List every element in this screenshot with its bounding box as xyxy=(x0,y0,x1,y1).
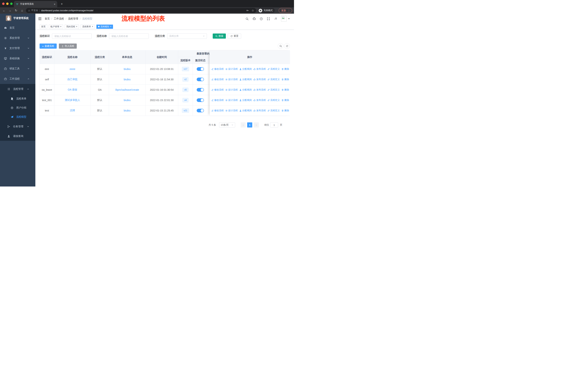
tag-流程模型[interactable]: 流程模型 × xyxy=(96,25,113,29)
action-设计流程[interactable]: 设计流程 xyxy=(225,99,238,102)
action-删除[interactable]: 删除 xyxy=(281,99,289,102)
action-修改流程[interactable]: 修改流程 xyxy=(211,88,224,91)
maximize-window-button[interactable] xyxy=(10,2,13,5)
sidebar-item-支付管理[interactable]: 支付管理 xyxy=(0,43,35,53)
tag-首页[interactable]: 首页 xyxy=(40,25,47,29)
goto-page-input[interactable] xyxy=(270,122,278,128)
action-设计流程[interactable]: 设计流程 xyxy=(225,78,238,81)
action-设计流程[interactable]: 设计流程 xyxy=(225,67,238,71)
action-分配规则[interactable]: 分配规则 xyxy=(239,78,252,81)
action-删除[interactable]: 删除 xyxy=(281,67,289,71)
sidebar-item-流程模型[interactable]: 流程模型 xyxy=(0,112,35,121)
breadcrumb-item[interactable]: 流程管理 xyxy=(68,17,78,20)
hamburger-icon[interactable] xyxy=(38,17,42,20)
refresh-table-button[interactable] xyxy=(284,43,290,49)
breadcrumb-item[interactable]: 首页 xyxy=(45,17,50,20)
search-icon[interactable] xyxy=(245,17,249,20)
action-修改流程[interactable]: 修改流程 xyxy=(211,109,224,112)
page-number-1[interactable]: 1 xyxy=(247,122,252,128)
back-button[interactable]: ← xyxy=(2,9,6,12)
forward-button[interactable]: → xyxy=(8,9,12,12)
security-status[interactable]: ⚠ 不安全 xyxy=(28,9,38,12)
action-删除[interactable]: 删除 xyxy=(281,88,289,91)
sidebar-item-工作流程[interactable]: 工作流程 xyxy=(0,74,35,84)
font-size-icon[interactable] xyxy=(274,17,277,20)
browser-menu-icon[interactable]: ⋮ xyxy=(288,9,290,12)
action-发布流程[interactable]: 发布流程 xyxy=(253,99,266,102)
avatar[interactable] xyxy=(281,16,286,22)
tag-close-icon[interactable]: × xyxy=(92,26,93,28)
create-process-button[interactable]: + 新建流程 xyxy=(40,43,57,49)
key-icon[interactable] xyxy=(246,9,249,12)
tag-close-icon[interactable]: × xyxy=(110,26,111,28)
browser-tab[interactable]: 芋道管理系统 × xyxy=(14,1,57,7)
sidebar-item-用户分组[interactable]: 用户分组 xyxy=(0,103,35,112)
new-tab-button[interactable]: + xyxy=(59,2,64,6)
action-分配规则[interactable]: 分配规则 xyxy=(239,88,252,91)
action-修改流程[interactable]: 修改流程 xyxy=(211,99,224,102)
home-button[interactable]: ⌂ xyxy=(20,9,24,12)
action-发布流程[interactable]: 发布流程 xyxy=(253,109,266,112)
form-info-link[interactable]: /bpm/oa/leave/create xyxy=(115,88,139,91)
toggle-search-button[interactable] xyxy=(278,43,284,49)
process-name-link[interactable]: 自己审批 xyxy=(67,78,78,81)
sidebar-item-首页[interactable]: 首页 xyxy=(0,23,35,33)
active-toggle[interactable] xyxy=(197,88,204,92)
address-bar[interactable]: ⚠ 不安全 dashboard.yudao.iocoder.cn/bpm/man… xyxy=(26,8,256,13)
reset-button[interactable]: 重置 xyxy=(228,33,241,39)
tag-流程表单[interactable]: 流程表单 × xyxy=(81,25,95,29)
next-page-button[interactable]: › xyxy=(254,122,259,128)
action-删除[interactable]: 删除 xyxy=(281,78,289,81)
tab-close-icon[interactable]: × xyxy=(54,2,55,6)
active-toggle[interactable] xyxy=(197,109,204,112)
sidebar-item-系统管理[interactable]: 系统管理 xyxy=(0,33,35,43)
action-流程定义[interactable]: 流程定义 xyxy=(267,67,280,71)
process-name-input[interactable] xyxy=(109,33,149,39)
reload-button[interactable]: ↻ xyxy=(14,9,18,12)
process-name-link[interactable]: 滔博 xyxy=(70,109,75,112)
action-删除[interactable]: 删除 xyxy=(281,109,289,112)
caret-down-icon[interactable]: ▾ xyxy=(288,18,289,20)
page-size-select[interactable]: 10条/页 xyxy=(219,122,235,128)
tag-close-icon[interactable]: × xyxy=(60,26,62,28)
action-发布流程[interactable]: 发布流程 xyxy=(253,67,266,71)
tag-租户管理[interactable]: 租户管理 × xyxy=(49,25,63,29)
close-window-button[interactable] xyxy=(2,2,5,5)
url-text[interactable]: dashboard.yudao.iocoder.cn/bpm/manager/m… xyxy=(41,9,245,12)
action-设计流程[interactable]: 设计流程 xyxy=(225,109,238,112)
active-toggle[interactable] xyxy=(197,67,204,71)
form-info-link[interactable]: biubiu xyxy=(124,68,130,71)
process-name-link[interactable]: 测试多审批人 xyxy=(65,99,80,102)
sidebar-item-任务管理[interactable]: 任务管理 xyxy=(0,121,35,132)
fullscreen-icon[interactable] xyxy=(267,17,270,20)
bookmark-star-icon[interactable]: ☆ xyxy=(252,9,254,12)
process-name-link[interactable]: eeee xyxy=(70,68,75,71)
breadcrumb-item[interactable]: 工作流程 xyxy=(54,17,64,20)
action-流程定义[interactable]: 流程定义 xyxy=(267,99,280,102)
sidebar-item-流程管理[interactable]: 流程管理 xyxy=(0,84,35,94)
browser-update-button[interactable]: 更新 ⋮ xyxy=(279,8,292,13)
sidebar-item-研发工具[interactable]: 研发工具 xyxy=(0,64,35,74)
tag-close-icon[interactable]: × xyxy=(76,26,77,28)
action-分配规则[interactable]: 分配规则 xyxy=(239,99,252,102)
action-流程定义[interactable]: 流程定义 xyxy=(267,78,280,81)
action-流程定义[interactable]: 流程定义 xyxy=(267,88,280,91)
sidebar-item-请假查询[interactable]: 请假查询 xyxy=(0,132,35,141)
action-流程定义[interactable]: 流程定义 xyxy=(267,109,280,112)
active-toggle[interactable] xyxy=(197,98,204,102)
form-info-link[interactable]: biubiu xyxy=(124,78,130,81)
sidebar-item-基础设施[interactable]: 基础设施 xyxy=(0,53,35,64)
import-process-button[interactable]: 导入流程 xyxy=(59,43,77,49)
action-修改流程[interactable]: 修改流程 xyxy=(211,67,224,71)
action-发布流程[interactable]: 发布流程 xyxy=(253,88,266,91)
app-logo[interactable]: 芋道管理系统 xyxy=(0,14,35,23)
process-key-input[interactable] xyxy=(52,33,92,39)
action-设计流程[interactable]: 设计流程 xyxy=(225,88,238,91)
action-分配规则[interactable]: 分配规则 xyxy=(239,109,252,112)
prev-page-button[interactable]: ‹ xyxy=(241,122,246,128)
help-icon[interactable] xyxy=(260,17,263,20)
action-修改流程[interactable]: 修改流程 xyxy=(211,78,224,81)
active-toggle[interactable] xyxy=(197,78,204,81)
action-分配规则[interactable]: 分配规则 xyxy=(239,67,252,71)
process-category-select[interactable]: 流程分类 xyxy=(167,33,207,39)
